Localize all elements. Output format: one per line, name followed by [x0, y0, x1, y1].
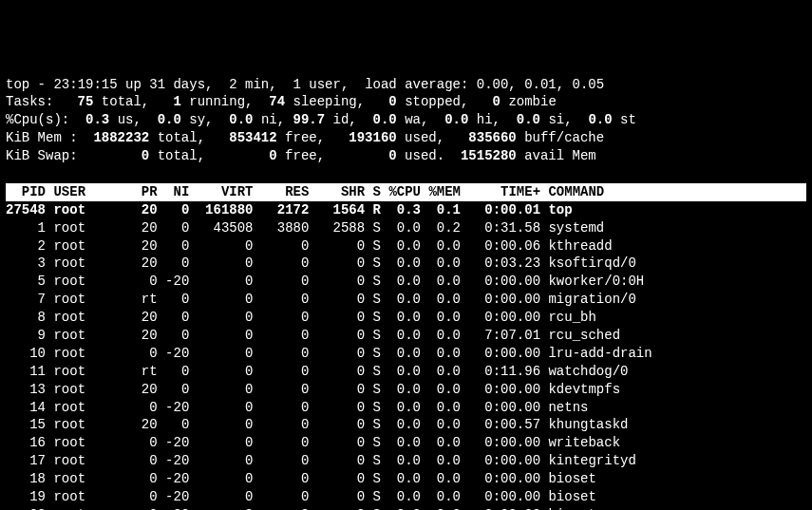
cell-res: 0 — [261, 400, 309, 415]
cell-res: 0 — [261, 453, 309, 468]
process-row[interactable]: 18 root 0 -20 0 0 0 S 0.0 0.0 0:00.00 bi… — [6, 470, 806, 488]
cell-time: 0:00.00 — [468, 453, 540, 468]
col-ni[interactable]: NI — [165, 184, 189, 199]
cell-s: S — [373, 346, 381, 361]
col-s[interactable]: S — [373, 184, 381, 199]
cell-virt: 43508 — [198, 220, 254, 236]
cell-cpu: 0.0 — [388, 435, 421, 450]
process-row[interactable]: 10 root 0 -20 0 0 0 S 0.0 0.0 0:00.00 lr… — [6, 345, 806, 363]
process-row[interactable]: 27548 root 20 0 161880 2172 1564 R 0.3 0… — [6, 201, 806, 219]
cell-virt: 0 — [198, 471, 254, 486]
cell-user: root — [53, 400, 125, 415]
tasks-running: 1 — [173, 94, 189, 109]
cell-pr: 20 — [133, 238, 157, 254]
col-pid[interactable]: PID — [6, 184, 46, 199]
cell-cmd: rcu_bh — [548, 310, 691, 325]
process-row[interactable]: 2 root 20 0 0 0 0 S 0.0 0.0 0:00.06 kthr… — [6, 237, 806, 255]
cell-ni: -20 — [165, 346, 189, 361]
process-row[interactable]: 8 root 20 0 0 0 0 S 0.0 0.0 0:00.00 rcu_… — [6, 309, 806, 327]
cell-s: S — [373, 400, 381, 415]
cell-cmd: khungtaskd — [548, 417, 691, 432]
cell-res: 0 — [261, 255, 309, 271]
process-row[interactable]: 11 root rt 0 0 0 0 S 0.0 0.0 0:11.96 wat… — [6, 363, 806, 381]
cell-res: 0 — [261, 310, 309, 325]
cell-cmd: netns — [548, 400, 691, 415]
col-mem[interactable]: %MEM — [428, 184, 461, 199]
cell-ni: 0 — [165, 238, 189, 254]
process-row[interactable]: 3 root 20 0 0 0 0 S 0.0 0.0 0:03.23 ksof… — [6, 255, 806, 273]
process-row[interactable]: 9 root 20 0 0 0 0 S 0.0 0.0 7:07.01 rcu_… — [6, 327, 806, 345]
cell-mem: 0.2 — [428, 220, 461, 236]
cell-time: 0:11.96 — [468, 364, 540, 379]
cell-time: 7:07.01 — [468, 328, 540, 343]
cell-pid: 14 — [6, 400, 46, 415]
cell-cpu: 0.0 — [388, 364, 421, 379]
cell-pid: 13 — [6, 382, 46, 397]
cell-ni: -20 — [165, 453, 189, 468]
cell-res: 2172 — [261, 202, 309, 217]
swap-total: 0 — [142, 148, 158, 163]
cell-res: 0 — [261, 382, 309, 397]
cell-pid: 9 — [6, 328, 46, 343]
process-row[interactable]: 19 root 0 -20 0 0 0 S 0.0 0.0 0:00.00 bi… — [6, 488, 806, 506]
cell-mem: 0.0 — [428, 255, 461, 271]
cell-shr: 0 — [317, 453, 365, 468]
cpu-us: 0.3 — [85, 112, 118, 127]
cell-ni: 0 — [165, 417, 189, 432]
column-header-row[interactable]: PID USER PR NI VIRT RES SHR S %CPU %MEM … — [6, 183, 806, 201]
cell-virt: 161880 — [198, 202, 254, 217]
cell-virt: 0 — [198, 292, 254, 307]
cell-cpu: 0.3 — [388, 202, 421, 217]
process-row[interactable]: 1 root 20 0 43508 3880 2588 S 0.0 0.2 0:… — [6, 219, 806, 237]
top-terminal[interactable]: top - 23:19:15 up 31 days, 2 min, 1 user… — [6, 76, 806, 510]
col-shr[interactable]: SHR — [317, 184, 365, 199]
cell-virt: 0 — [198, 310, 254, 325]
cell-mem: 0.1 — [428, 202, 461, 217]
cell-cmd: lru-add-drain — [548, 346, 691, 361]
swap-free: 0 — [269, 148, 285, 163]
process-row[interactable]: 15 root 20 0 0 0 0 S 0.0 0.0 0:00.57 khu… — [6, 416, 806, 434]
cell-mem: 0.0 — [428, 471, 461, 486]
cell-ni: -20 — [165, 489, 189, 504]
cell-s: S — [373, 310, 381, 325]
cell-pid: 17 — [6, 453, 46, 468]
cell-s: S — [373, 328, 381, 343]
cell-time: 0:00.01 — [468, 202, 540, 217]
cell-virt: 0 — [198, 435, 254, 450]
cell-s: S — [373, 382, 381, 397]
process-list: 27548 root 20 0 161880 2172 1564 R 0.3 0… — [6, 201, 806, 510]
cell-user: root — [53, 328, 125, 343]
cell-pr: 0 — [133, 346, 157, 361]
col-user[interactable]: USER — [53, 184, 125, 199]
cell-time: 0:00.00 — [468, 346, 540, 361]
col-time[interactable]: TIME+ — [468, 184, 540, 199]
cell-shr: 0 — [317, 310, 365, 325]
cell-pr: 20 — [133, 310, 157, 325]
process-row[interactable]: 5 root 0 -20 0 0 0 S 0.0 0.0 0:00.00 kwo… — [6, 273, 806, 291]
tasks-stopped: 0 — [388, 94, 405, 109]
cell-virt: 0 — [198, 400, 254, 415]
cell-user: root — [53, 435, 125, 450]
col-virt[interactable]: VIRT — [198, 184, 254, 199]
cpu-sy: 0.0 — [158, 112, 190, 127]
load-average: 0.00, 0.01, 0.05 — [477, 77, 604, 92]
process-row[interactable]: 13 root 20 0 0 0 0 S 0.0 0.0 0:00.00 kde… — [6, 381, 806, 399]
cell-pr: 0 — [133, 274, 157, 289]
process-row[interactable]: 17 root 0 -20 0 0 0 S 0.0 0.0 0:00.00 ki… — [6, 452, 806, 470]
cell-cmd: rcu_sched — [548, 328, 691, 343]
process-row[interactable]: 20 root 0 -20 0 0 0 S 0.0 0.0 0:00.00 bi… — [6, 506, 806, 510]
process-row[interactable]: 16 root 0 -20 0 0 0 S 0.0 0.0 0:00.00 wr… — [6, 434, 806, 452]
col-command[interactable]: COMMAND — [548, 184, 691, 199]
cell-pid: 10 — [6, 346, 46, 361]
cell-res: 0 — [261, 346, 309, 361]
process-row[interactable]: 14 root 0 -20 0 0 0 S 0.0 0.0 0:00.00 ne… — [6, 399, 806, 417]
col-res[interactable]: RES — [261, 184, 309, 199]
cell-ni: 0 — [165, 255, 189, 271]
cell-pid: 3 — [6, 255, 46, 271]
col-pr[interactable]: PR — [133, 184, 157, 199]
cell-s: S — [373, 471, 381, 486]
cell-res: 0 — [261, 328, 309, 343]
col-cpu[interactable]: %CPU — [388, 184, 421, 199]
cell-user: root — [53, 220, 125, 236]
process-row[interactable]: 7 root rt 0 0 0 0 S 0.0 0.0 0:00.00 migr… — [6, 291, 806, 309]
